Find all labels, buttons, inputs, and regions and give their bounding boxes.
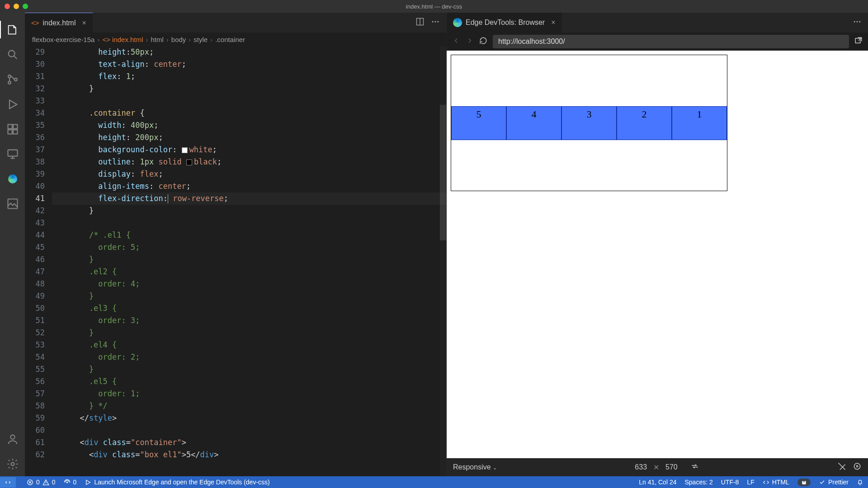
scrollbar-track[interactable] bbox=[440, 46, 446, 476]
extensions-icon[interactable] bbox=[0, 117, 25, 141]
browser-viewport[interactable]: 1 2 3 4 5 bbox=[447, 51, 868, 458]
tab-close-icon[interactable]: × bbox=[551, 19, 555, 27]
devtools-footer: Responsive ⌄ 633 ✕ 570 bbox=[447, 458, 868, 476]
svg-rect-19 bbox=[855, 38, 860, 43]
breadcrumb-item[interactable]: <> index.html bbox=[102, 36, 143, 43]
prettier-indicator[interactable]: Prettier bbox=[819, 479, 849, 486]
eol[interactable]: LF bbox=[747, 479, 754, 486]
back-button[interactable] bbox=[452, 37, 460, 47]
cursor-position[interactable]: Ln 41, Col 24 bbox=[639, 479, 676, 486]
svg-point-14 bbox=[435, 21, 436, 23]
tab-close-icon[interactable]: × bbox=[82, 19, 86, 27]
open-external-icon[interactable] bbox=[854, 37, 863, 47]
activity-bar bbox=[0, 13, 25, 476]
remote-indicator[interactable] bbox=[0, 477, 16, 488]
search-icon[interactable] bbox=[0, 42, 25, 67]
svg-point-20 bbox=[854, 463, 860, 469]
launch-edge-hint[interactable]: Launch Microsoft Edge and open the Edge … bbox=[85, 479, 269, 486]
status-bar: 0 0 0 Launch Microsoft Edge and open the… bbox=[0, 476, 868, 488]
indentation[interactable]: Spaces: 2 bbox=[684, 479, 712, 486]
window-titlebar: index.html — dev-css bbox=[0, 0, 868, 13]
browser-toolbar: http://localhost:3000/ bbox=[447, 33, 868, 51]
svg-rect-9 bbox=[8, 199, 17, 208]
inspect-icon[interactable] bbox=[853, 462, 862, 473]
svg-point-18 bbox=[859, 21, 860, 23]
more-actions-icon[interactable] bbox=[853, 17, 862, 28]
encoding[interactable]: UTF-8 bbox=[721, 479, 739, 486]
notifications-icon[interactable] bbox=[857, 479, 863, 486]
minimize-window-button[interactable] bbox=[14, 4, 19, 9]
more-actions-icon[interactable] bbox=[431, 17, 440, 28]
account-icon[interactable] bbox=[0, 427, 25, 451]
tab-label: index.html bbox=[43, 19, 76, 27]
svg-rect-5 bbox=[13, 124, 17, 128]
breadcrumb-item[interactable]: body bbox=[171, 36, 186, 43]
edge-icon bbox=[453, 18, 462, 27]
svg-point-0 bbox=[8, 50, 14, 56]
screenshot-icon[interactable] bbox=[837, 462, 846, 473]
breadcrumb-item[interactable]: style bbox=[193, 36, 208, 43]
explorer-icon[interactable] bbox=[0, 17, 25, 42]
svg-point-16 bbox=[854, 21, 855, 23]
preview-box: 4 bbox=[506, 106, 561, 140]
html-file-icon: <> bbox=[31, 19, 39, 27]
source-control-icon[interactable] bbox=[0, 67, 25, 92]
problems-indicator[interactable]: 0 0 bbox=[27, 479, 56, 486]
close-window-button[interactable] bbox=[5, 4, 10, 9]
svg-rect-8 bbox=[8, 150, 17, 156]
copilot-indicator[interactable] bbox=[797, 479, 811, 486]
tab-index-html[interactable]: <> index.html × bbox=[25, 13, 93, 33]
svg-point-13 bbox=[432, 21, 434, 23]
code-content[interactable]: height:50px; text-align: center; flex: 1… bbox=[52, 46, 446, 476]
breadcrumb-item[interactable]: flexbox-exercise-15a bbox=[32, 36, 94, 43]
svg-rect-7 bbox=[13, 130, 17, 134]
settings-gear-icon[interactable] bbox=[0, 451, 25, 476]
svg-point-3 bbox=[14, 78, 17, 81]
maximize-window-button[interactable] bbox=[23, 4, 28, 9]
svg-point-11 bbox=[11, 462, 14, 465]
svg-point-1 bbox=[8, 75, 11, 78]
breadcrumb[interactable]: flexbox-exercise-15a› <> index.html› htm… bbox=[25, 33, 446, 46]
edge-tools-icon[interactable] bbox=[0, 166, 25, 191]
url-input[interactable]: http://localhost:3000/ bbox=[493, 35, 849, 48]
preview-box: 3 bbox=[561, 106, 617, 140]
window-controls bbox=[5, 4, 28, 9]
preview-container: 1 2 3 4 5 bbox=[451, 55, 727, 191]
preview-box: 1 bbox=[672, 106, 727, 140]
svg-point-21 bbox=[856, 465, 858, 467]
tab-label: Edge DevTools: Browser bbox=[466, 19, 545, 27]
run-debug-icon[interactable] bbox=[0, 92, 25, 117]
code-editor[interactable]: 2930313233343536373839404142434445464748… bbox=[25, 46, 446, 476]
responsive-dropdown[interactable]: Responsive ⌄ bbox=[453, 463, 497, 471]
ports-indicator[interactable]: 0 bbox=[64, 479, 77, 486]
svg-point-2 bbox=[8, 81, 11, 84]
scrollbar-thumb[interactable] bbox=[440, 105, 446, 240]
language-mode[interactable]: HTML bbox=[763, 479, 789, 486]
remote-explorer-icon[interactable] bbox=[0, 141, 25, 166]
editor-tabs: <> index.html × bbox=[25, 13, 446, 33]
svg-point-23 bbox=[66, 482, 68, 483]
breadcrumb-item[interactable]: .container bbox=[215, 36, 245, 43]
forward-button[interactable] bbox=[466, 37, 474, 47]
reload-button[interactable] bbox=[479, 37, 487, 47]
line-gutter: 2930313233343536373839404142434445464748… bbox=[25, 46, 52, 476]
svg-point-15 bbox=[437, 21, 439, 23]
window-title: index.html — dev-css bbox=[406, 3, 462, 10]
devtools-tabs: Edge DevTools: Browser × bbox=[447, 13, 868, 33]
preview-box: 2 bbox=[617, 106, 672, 140]
svg-rect-4 bbox=[8, 124, 12, 128]
svg-point-10 bbox=[10, 435, 14, 439]
rotate-icon[interactable] bbox=[690, 462, 699, 473]
breadcrumb-item[interactable]: html bbox=[151, 36, 163, 43]
viewport-width[interactable]: 633 bbox=[635, 463, 647, 471]
svg-rect-26 bbox=[802, 482, 806, 484]
dimension-separator: ✕ bbox=[653, 463, 659, 472]
split-editor-icon[interactable] bbox=[415, 17, 425, 28]
tab-edge-devtools[interactable]: Edge DevTools: Browser × bbox=[447, 13, 562, 33]
svg-rect-6 bbox=[8, 130, 12, 134]
viewport-height[interactable]: 570 bbox=[665, 463, 678, 471]
image-preview-icon[interactable] bbox=[0, 191, 25, 216]
preview-box: 5 bbox=[451, 106, 506, 140]
svg-point-17 bbox=[857, 21, 858, 23]
